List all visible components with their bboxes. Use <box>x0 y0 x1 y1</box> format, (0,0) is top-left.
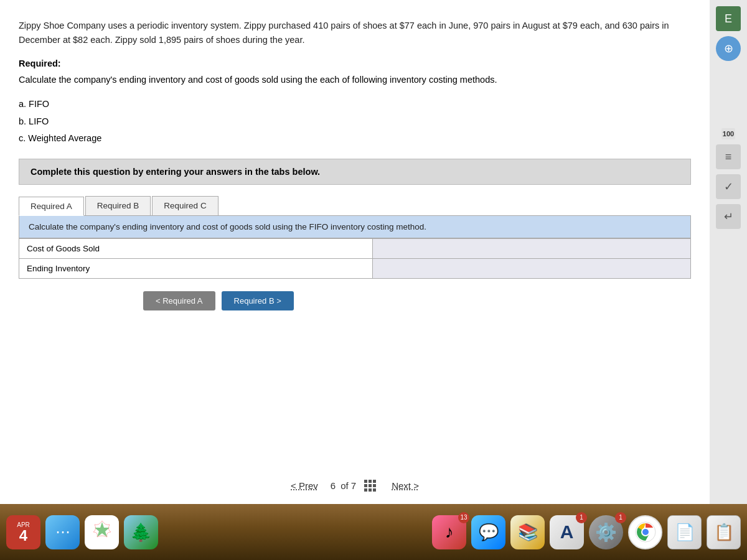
method-a: a. FIFO <box>19 96 691 113</box>
complete-question-box: Complete this question by entering your … <box>19 159 691 185</box>
right-sidebar: E ⊕ 100 ≡ ✓ ↵ <box>710 0 747 523</box>
next-button[interactable]: Next > <box>392 480 419 491</box>
page-of: of 7 <box>341 480 356 491</box>
music-icon[interactable]: ♪ 13 <box>432 515 466 549</box>
document2-icon[interactable]: 📋 <box>707 515 741 549</box>
table-row: Cost of Goods Sold <box>19 239 691 259</box>
font-icon[interactable]: A 1 <box>550 515 584 549</box>
calendar-icon[interactable]: APR 4 <box>6 515 40 549</box>
settings-icon[interactable]: ⚙️ 1 <box>589 515 623 549</box>
ending-inventory-label: Ending Inventory <box>19 259 373 279</box>
finder-icon[interactable]: ⋯ <box>45 515 80 549</box>
sidebar-icon-arrow[interactable]: ↵ <box>716 204 741 229</box>
inventory-table: Cost of Goods Sold Ending Inventory <box>19 238 691 279</box>
settings-badge: 1 <box>615 512 626 523</box>
inner-nav: < Required A Required B > <box>143 291 691 310</box>
calculate-text: Calculate the company's ending inventory… <box>19 75 691 85</box>
chrome-icon[interactable] <box>628 515 662 549</box>
main-content: Zippy Shoe Company uses a periodic inven… <box>0 0 710 523</box>
page-current: 6 <box>331 480 336 491</box>
tabs-container: Required A Required B Required C <box>19 196 691 216</box>
sidebar-icon-grid[interactable]: ≡ <box>716 144 741 169</box>
photos-icon[interactable] <box>85 515 119 549</box>
method-c: c. Weighted Average <box>19 130 691 147</box>
btn-required-b[interactable]: Required B > <box>222 291 294 310</box>
sidebar-icon-circle[interactable]: ⊕ <box>716 36 741 61</box>
table-row: Ending Inventory <box>19 259 691 279</box>
prev-button[interactable]: < Prev <box>291 480 318 491</box>
method-b: b. LIFO <box>19 113 691 131</box>
page-info: 6 of 7 <box>331 480 379 492</box>
taskbar: APR 4 ⋯ 🌲 ♪ 13 💬 <box>0 504 747 560</box>
sidebar-icon-check[interactable]: ✓ <box>716 174 741 199</box>
books-icon[interactable]: 📚 <box>510 515 545 549</box>
messages-icon[interactable]: 💬 <box>471 515 505 549</box>
instruction-bar: Calculate the company's ending inventory… <box>19 216 691 238</box>
btn-required-a[interactable]: < Required A <box>143 291 215 310</box>
nature-icon[interactable]: 🌲 <box>124 515 158 549</box>
sidebar-icon-e[interactable]: E <box>716 6 741 31</box>
music-badge: 13 <box>458 512 469 523</box>
font-badge: 1 <box>576 512 587 523</box>
document-icon[interactable]: 📄 <box>667 515 702 549</box>
required-label: Required: <box>19 58 691 68</box>
calendar-date: APR 4 <box>6 515 40 549</box>
tab-required-b[interactable]: Required B <box>85 196 151 215</box>
tab-required-c[interactable]: Required C <box>152 196 218 215</box>
ending-inventory-input[interactable] <box>372 259 690 279</box>
hundred-label: 100 <box>721 128 735 139</box>
problem-description: Zippy Shoe Company uses a periodic inven… <box>19 19 691 47</box>
cogs-input[interactable] <box>372 239 690 259</box>
grid-icon <box>364 480 376 492</box>
tab-required-a[interactable]: Required A <box>19 197 84 216</box>
cogs-label: Cost of Goods Sold <box>19 239 373 259</box>
svg-point-2 <box>642 529 649 535</box>
bottom-nav: < Prev 6 of 7 Next > <box>0 470 710 501</box>
methods-list: a. FIFO b. LIFO c. Weighted Average <box>19 96 691 147</box>
